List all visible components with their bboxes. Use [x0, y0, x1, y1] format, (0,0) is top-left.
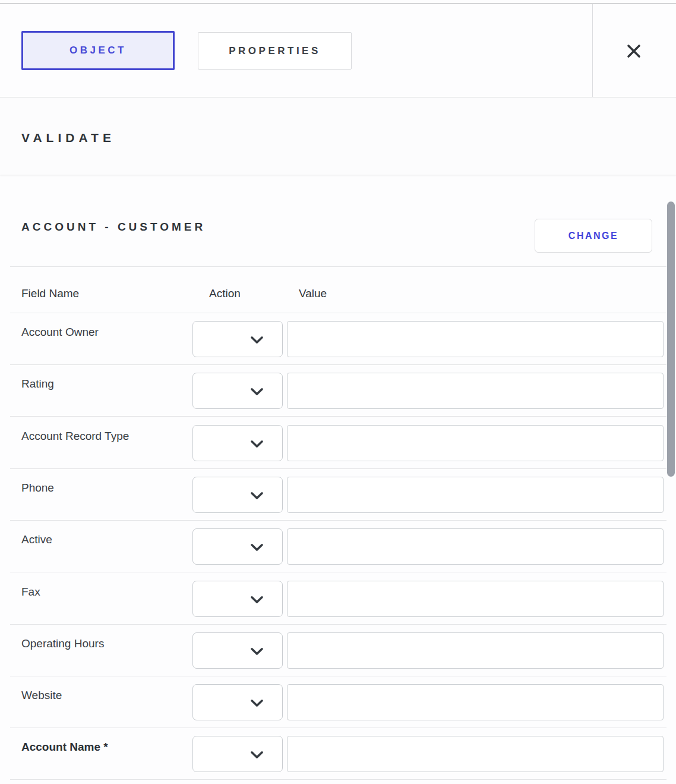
- top-border-divider: [0, 3, 676, 4]
- table-row: Phone: [0, 469, 676, 521]
- field-label: Operating Hours: [21, 637, 104, 650]
- value-input[interactable]: [287, 581, 664, 617]
- row-divider: [10, 779, 666, 780]
- action-select[interactable]: [192, 528, 283, 565]
- action-select[interactable]: [192, 684, 283, 720]
- value-input[interactable]: [287, 528, 664, 565]
- change-button[interactable]: CHANGE: [535, 219, 652, 253]
- row-divider: [10, 416, 666, 417]
- table-row: Rating: [0, 365, 676, 417]
- close-icon: [624, 42, 643, 61]
- column-header-field-name: Field Name: [21, 287, 79, 300]
- table-row: Operating Hours: [0, 625, 676, 676]
- value-input[interactable]: [287, 632, 664, 669]
- value-input[interactable]: [287, 684, 664, 720]
- chevron-down-icon: [250, 492, 264, 500]
- validate-panel: OBJECT PROPERTIES VALIDATE ACCOUNT - CUS…: [0, 0, 676, 784]
- object-type-title: ACCOUNT - CUSTOMER: [21, 221, 206, 234]
- action-select[interactable]: [192, 425, 283, 461]
- field-label: Account Owner: [21, 326, 99, 339]
- field-label: Rating: [21, 377, 54, 391]
- row-divider: [10, 572, 666, 572]
- value-input[interactable]: [287, 321, 664, 357]
- chevron-down-icon: [250, 440, 264, 448]
- action-select[interactable]: [192, 736, 283, 772]
- chevron-down-icon: [250, 596, 264, 604]
- field-label: Account Name *: [21, 741, 108, 754]
- table-row: Fax: [0, 573, 676, 625]
- field-label: Phone: [21, 481, 54, 495]
- validate-title: VALIDATE: [21, 131, 115, 145]
- chevron-down-icon: [250, 336, 264, 344]
- table-row: Active: [0, 521, 676, 572]
- header-vertical-divider: [592, 4, 593, 97]
- table-row: Account Record Type: [0, 417, 676, 469]
- field-label: Active: [21, 533, 52, 546]
- field-label: Account Record Type: [21, 430, 129, 443]
- chevron-down-icon: [250, 647, 264, 656]
- value-input[interactable]: [287, 736, 664, 772]
- table-row: Account Owner: [0, 313, 676, 365]
- action-select[interactable]: [192, 321, 283, 357]
- value-input[interactable]: [287, 425, 664, 461]
- field-label: Fax: [21, 585, 40, 599]
- table-row: Account Name *: [0, 728, 676, 780]
- chevron-down-icon: [250, 699, 264, 707]
- chevron-down-icon: [250, 543, 264, 552]
- close-button[interactable]: [617, 34, 651, 68]
- chevron-down-icon: [250, 388, 264, 396]
- scrollbar-thumb[interactable]: [667, 201, 675, 477]
- column-header-action: Action: [209, 287, 241, 300]
- column-header-value: Value: [299, 287, 327, 300]
- action-select[interactable]: [192, 477, 283, 513]
- section-divider: [0, 175, 676, 175]
- field-label: Website: [21, 689, 62, 702]
- action-select[interactable]: [192, 373, 283, 409]
- tab-object[interactable]: OBJECT: [21, 31, 175, 70]
- table-row: Website: [0, 676, 676, 728]
- action-select[interactable]: [192, 632, 283, 669]
- chevron-down-icon: [250, 751, 264, 759]
- action-select[interactable]: [192, 581, 283, 617]
- value-input[interactable]: [287, 477, 664, 513]
- value-input[interactable]: [287, 373, 664, 409]
- table-top-divider: [10, 266, 666, 267]
- tab-properties[interactable]: PROPERTIES: [198, 32, 352, 70]
